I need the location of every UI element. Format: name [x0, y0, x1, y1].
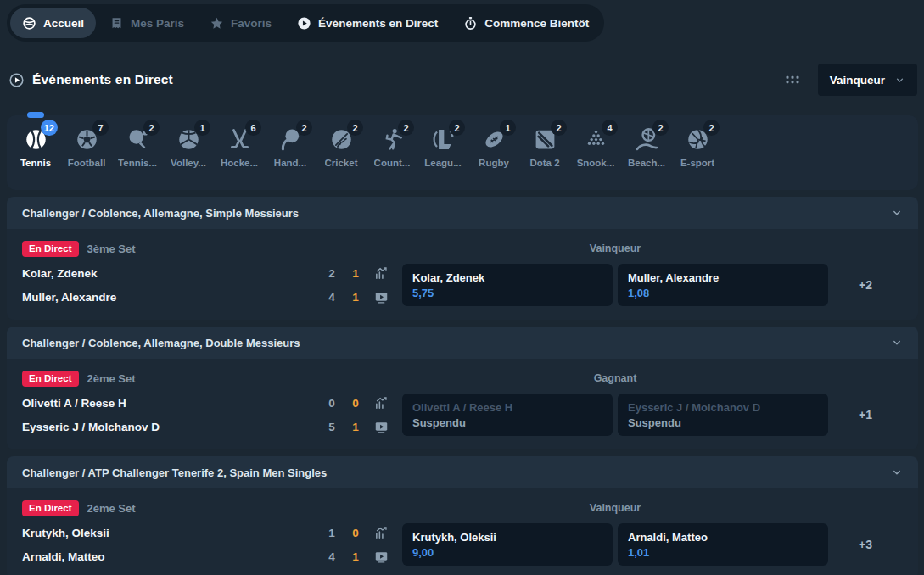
sport-filter-hocke[interactable]: 6Hocke...	[214, 115, 265, 190]
sport-filter-football[interactable]: 7Football	[61, 115, 112, 190]
odds-selection-name: Kolar, Zdenek	[412, 271, 484, 284]
score-points: 1	[343, 267, 368, 280]
sport-count-badge: 2	[551, 120, 567, 136]
market-label: Vainqueur	[402, 240, 828, 257]
sport-label: Leagu...	[424, 158, 461, 168]
league-header[interactable]: Challenger / Coblence, Allemagne, Double…	[7, 327, 918, 359]
odds-selection-name: Eysseric J / Molchanov D	[628, 401, 760, 414]
odds-box[interactable]: Krutykh, Oleksii9,00	[402, 523, 613, 566]
market-filter-dropdown[interactable]: Vainqueur	[818, 64, 917, 96]
sport-label: Beach...	[628, 158, 665, 168]
odds-value: Suspendu	[412, 416, 466, 429]
league-header[interactable]: Challenger / Coblence, Allemagne, Simple…	[7, 197, 918, 229]
sport-label: Tennis	[20, 158, 51, 168]
score-points: 0	[343, 397, 368, 410]
sport-count-badge: 12	[41, 120, 58, 136]
odds-box[interactable]: Olivetti A / Reese HSuspendu	[402, 394, 613, 436]
live-badge: En Direct	[22, 500, 79, 516]
team-name: Muller, Alexandre	[22, 291, 321, 304]
sport-filter-dota-2[interactable]: 2Dota 2	[519, 115, 570, 190]
header-controls: Vainqueur	[784, 64, 917, 96]
nav-item-commence-bient-t[interactable]: Commence Bientôt	[451, 8, 601, 38]
sport-count-badge: 4	[602, 120, 618, 136]
video-icon	[374, 420, 389, 434]
nav-item-accueil[interactable]: Accueil	[10, 8, 96, 38]
odds-selection-name: Olivetti A / Reese H	[412, 401, 512, 414]
live-badge: En Direct	[22, 371, 79, 387]
score-points: 1	[343, 550, 368, 563]
team-row: Eysseric J / Molchanov D51	[22, 417, 394, 436]
sport-filter-volley[interactable]: 1Volley...	[163, 115, 214, 190]
sport-filter-cricket[interactable]: 2Cricket	[316, 115, 367, 190]
team-row: Kolar, Zdenek21	[22, 264, 394, 282]
odds-box[interactable]: Arnaldi, Matteo1,01	[618, 523, 828, 566]
sport-filter-leagu[interactable]: 2Leagu...	[417, 115, 468, 190]
nav-item-favoris[interactable]: Favoris	[198, 8, 283, 38]
odds-box[interactable]: Kolar, Zdenek5,75	[402, 264, 613, 306]
sport-filter-snook[interactable]: 4Snook...	[570, 115, 621, 190]
nav-item-label: Accueil	[43, 17, 84, 30]
odds-boxes: Krutykh, Oleksii9,00Arnaldi, Matteo1,01	[402, 523, 828, 566]
match-period: 2ème Set	[87, 502, 136, 515]
nav-item-label: Favoris	[231, 17, 272, 30]
sport-filter-hand[interactable]: 2Hand...	[265, 115, 316, 190]
stats-button[interactable]	[368, 266, 394, 281]
score-games: 4	[321, 550, 343, 563]
sport-filter-e-sport[interactable]: 2E-sport	[672, 115, 723, 190]
chevron-down-icon	[894, 75, 905, 86]
stats-button[interactable]	[368, 526, 394, 540]
team-name: Olivetti A / Reese H	[22, 397, 321, 410]
nav-item-mes-paris[interactable]: Mes Paris	[98, 8, 196, 38]
sport-label: Tennis...	[118, 158, 157, 168]
ball-icon	[22, 16, 36, 31]
video-stream-button[interactable]	[368, 290, 394, 304]
score-games: 4	[321, 291, 343, 304]
event-body: En Direct3ème SetKolar, Zdenek21Muller, …	[7, 229, 918, 320]
event-card: Challenger / Coblence, Allemagne, Double…	[7, 327, 918, 449]
more-markets-button[interactable]: +3	[828, 523, 903, 566]
team-name: Eysseric J / Molchanov D	[22, 421, 321, 433]
stats-button[interactable]	[368, 396, 394, 410]
sport-label: Football	[68, 158, 106, 168]
receipt-icon	[109, 16, 124, 31]
stopwatch-icon	[463, 16, 478, 31]
match-info: En Direct2ème SetOlivetti A / Reese H00E…	[22, 370, 394, 436]
nav-item-v-nements-en-direct[interactable]: Événements en Direct	[285, 8, 450, 38]
odds-area: VainqueurKrutykh, Oleksii9,00Arnaldi, Ma…	[402, 500, 903, 566]
sport-count-badge: 7	[92, 120, 109, 136]
sport-label: Hand...	[274, 158, 306, 168]
odds-box[interactable]: Eysseric J / Molchanov DSuspendu	[618, 394, 828, 436]
odds-value: 5,75	[412, 287, 434, 299]
sport-label: Snook...	[577, 158, 615, 168]
more-markets-button[interactable]: +1	[828, 394, 903, 436]
league-header[interactable]: Challenger / ATP Challenger Tenerife 2, …	[7, 456, 918, 488]
score-points: 1	[343, 291, 368, 304]
grid-view-icon[interactable]	[784, 71, 801, 88]
odds-box[interactable]: Muller, Alexandre1,08	[618, 264, 828, 306]
video-stream-button[interactable]	[368, 550, 394, 564]
sport-count-badge: 2	[449, 120, 465, 136]
odds-boxes: Olivetti A / Reese HSuspenduEysseric J /…	[402, 394, 828, 436]
score-games: 2	[321, 267, 343, 280]
sport-filter-beach[interactable]: 2Beach...	[621, 115, 672, 190]
match-period: 3ème Set	[87, 243, 136, 255]
stats-icon	[374, 526, 389, 540]
event-card: Challenger / Coblence, Allemagne, Simple…	[7, 197, 918, 320]
score-points: 0	[343, 527, 368, 539]
sport-filter-tennis[interactable]: 12Tennis	[10, 115, 61, 190]
odds-main: VainqueurKrutykh, Oleksii9,00Arnaldi, Ma…	[402, 500, 828, 566]
sport-filter-count[interactable]: 2Count...	[367, 115, 417, 190]
sport-filter-rugby[interactable]: 1Rugby	[468, 115, 519, 190]
more-markets-button[interactable]: +2	[828, 264, 903, 306]
sport-label: Rugby	[479, 158, 509, 168]
sports-filter-bar: 12Tennis7Football2Tennis...1Volley...6Ho…	[7, 115, 918, 190]
events-list: Challenger / Coblence, Allemagne, Simple…	[0, 197, 924, 575]
video-stream-button[interactable]	[368, 420, 394, 434]
sport-count-badge: 1	[500, 120, 516, 136]
sport-filter-tennis[interactable]: 2Tennis...	[112, 115, 163, 190]
match-period: 2ème Set	[87, 372, 136, 385]
status-row: En Direct2ème Set	[22, 500, 394, 516]
team-name: Arnaldi, Matteo	[22, 550, 321, 563]
collapse-chevron-down-icon	[891, 207, 903, 219]
stats-icon	[374, 266, 389, 281]
